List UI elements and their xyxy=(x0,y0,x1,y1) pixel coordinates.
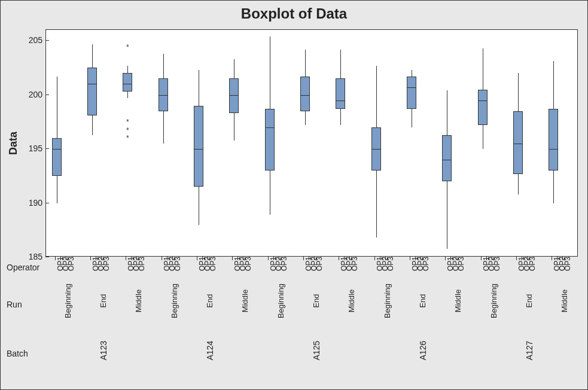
operator-tick-label: OP3 xyxy=(244,257,252,271)
batch-tick-label: A124 xyxy=(205,341,215,361)
y-tick-mark xyxy=(45,40,49,41)
x-tick-mark xyxy=(456,257,456,260)
run-tick-label: Beginning xyxy=(63,284,72,318)
x-tick-mark xyxy=(445,257,446,260)
median-line xyxy=(549,149,558,150)
y-tick-mark xyxy=(45,148,49,149)
x-tick-mark xyxy=(131,257,132,260)
median-line xyxy=(265,127,275,128)
operator-row-label: Operator xyxy=(7,263,39,272)
x-tick-mark xyxy=(96,257,96,260)
x-tick-mark xyxy=(162,257,162,260)
operator-tick-label: OP3 xyxy=(315,257,324,271)
run-tick-label: Beginning xyxy=(170,284,179,318)
median-line xyxy=(371,149,381,150)
y-tick-label: 205 xyxy=(29,35,42,45)
operator-tick-label: OP3 xyxy=(493,257,501,271)
operator-tick-label: OP3 xyxy=(67,257,75,271)
outlier-point: * xyxy=(126,127,129,134)
x-tick-mark xyxy=(522,257,522,260)
x-tick-mark xyxy=(481,257,482,260)
x-tick-mark xyxy=(66,257,66,260)
operator-tick-label: OP3 xyxy=(280,257,288,271)
operator-tick-label: OP3 xyxy=(138,257,146,271)
run-tick-label: End xyxy=(312,294,321,307)
y-tick-mark xyxy=(45,203,49,203)
plot-area: **** xyxy=(45,29,578,257)
batch-tick-label: A126 xyxy=(418,341,428,361)
operator-tick-label: OP3 xyxy=(563,257,572,271)
x-tick-mark xyxy=(552,257,552,260)
operator-tick-label: OP3 xyxy=(102,257,111,271)
x-tick-mark xyxy=(232,257,233,260)
run-tick-label: Beginning xyxy=(383,284,392,318)
x-tick-mark xyxy=(380,257,380,260)
operator-tick-label: OP3 xyxy=(209,257,217,271)
run-tick-label: End xyxy=(205,294,214,307)
y-tick-mark xyxy=(45,257,49,257)
x-tick-mark xyxy=(385,257,386,260)
x-tick-mark xyxy=(309,257,309,260)
chart-title: Boxplot of Data xyxy=(1,5,587,22)
run-tick-label: End xyxy=(525,294,534,307)
box xyxy=(442,135,452,182)
box xyxy=(300,77,310,111)
median-line xyxy=(513,144,523,144)
run-tick-label: Middle xyxy=(560,290,569,312)
y-tick-mark xyxy=(45,95,49,95)
x-tick-mark xyxy=(374,257,375,260)
y-tick-label: 200 xyxy=(29,90,42,99)
run-tick-label: Beginning xyxy=(489,284,498,318)
operator-tick-label: OP3 xyxy=(351,257,359,271)
box xyxy=(87,68,97,115)
median-line xyxy=(123,84,132,84)
median-line xyxy=(194,149,203,150)
x-tick-mark xyxy=(557,257,557,260)
y-tick-label: 185 xyxy=(29,252,42,261)
median-line xyxy=(87,84,97,84)
x-tick-mark xyxy=(243,257,243,260)
box xyxy=(336,78,345,109)
x-tick-mark xyxy=(126,257,126,260)
x-tick-mark xyxy=(279,257,279,260)
operator-tick-label: OP3 xyxy=(386,257,395,271)
box xyxy=(478,90,488,126)
operator-tick-label: OP3 xyxy=(422,257,430,271)
run-tick-label: Beginning xyxy=(276,284,285,318)
x-tick-mark xyxy=(101,257,102,260)
median-line xyxy=(407,87,416,88)
x-tick-mark xyxy=(492,257,492,260)
y-axis-ticks: 185190195200205 xyxy=(22,29,44,257)
x-tick-mark xyxy=(562,257,563,260)
x-tick-mark xyxy=(303,257,304,260)
x-tick-mark xyxy=(421,257,421,260)
box xyxy=(52,138,62,176)
median-line xyxy=(336,100,345,101)
outlier-point: * xyxy=(126,118,129,126)
box xyxy=(549,109,558,170)
run-tick-label: End xyxy=(418,294,427,307)
x-tick-mark xyxy=(516,257,517,260)
median-line xyxy=(159,95,168,96)
run-row-label: Run xyxy=(7,300,22,309)
x-tick-mark xyxy=(197,257,197,260)
batch-tick-label: A127 xyxy=(525,341,534,361)
run-tick-label: End xyxy=(99,294,108,307)
median-line xyxy=(300,95,310,96)
x-tick-mark xyxy=(172,257,173,260)
y-tick-label: 195 xyxy=(29,144,42,153)
x-tick-mark xyxy=(415,257,416,260)
x-tick-mark xyxy=(90,257,91,260)
run-tick-label: Middle xyxy=(347,290,356,312)
box xyxy=(123,73,132,92)
run-tick-label: Middle xyxy=(134,290,143,312)
box xyxy=(513,111,523,174)
box xyxy=(407,77,416,109)
outlier-point: * xyxy=(126,135,129,142)
x-tick-mark xyxy=(237,257,238,260)
x-tick-mark xyxy=(486,257,487,260)
operator-tick-label: OP3 xyxy=(528,257,537,271)
x-tick-mark xyxy=(314,257,315,260)
x-tick-mark xyxy=(450,257,451,260)
operator-tick-label: OP3 xyxy=(457,257,465,271)
